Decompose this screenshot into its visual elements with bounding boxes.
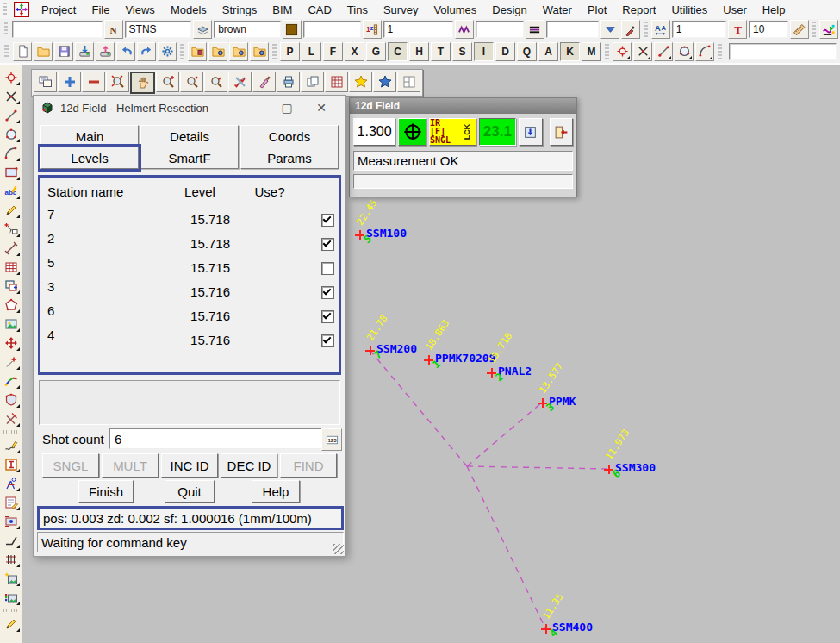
menu-cad[interactable]: CAD xyxy=(300,2,339,18)
menu-models[interactable]: Models xyxy=(163,2,215,18)
ruler-button[interactable] xyxy=(790,20,809,39)
create-circle-icon[interactable] xyxy=(2,125,21,143)
close-button[interactable]: ✕ xyxy=(304,101,339,115)
text-style-button[interactable]: AA xyxy=(651,20,670,39)
colour-string-icon[interactable] xyxy=(2,371,21,390)
create-arc-icon[interactable] xyxy=(2,144,21,162)
finish-button[interactable]: Finish xyxy=(78,480,134,503)
toggle-text-button[interactable]: T xyxy=(431,42,451,61)
menu-plot[interactable]: Plot xyxy=(580,2,614,18)
toggle-x-button[interactable]: X xyxy=(345,42,364,61)
linestyle-input[interactable]: 1 xyxy=(383,21,453,38)
freehand-icon[interactable] xyxy=(2,436,21,454)
eyedropper-button[interactable] xyxy=(621,20,640,39)
numeric-pad-button[interactable]: 123 xyxy=(321,428,342,451)
new-button[interactable] xyxy=(13,42,32,61)
inc-id-button[interactable]: INC ID xyxy=(161,453,218,478)
create-line-icon[interactable] xyxy=(2,106,21,124)
create-node-icon[interactable] xyxy=(2,87,21,105)
fit-extents-button[interactable] xyxy=(106,72,129,92)
grid-toggle-button[interactable] xyxy=(325,72,348,92)
model-tools-1-button[interactable] xyxy=(208,42,227,61)
menu-tins[interactable]: Tins xyxy=(339,2,376,18)
grid-icon[interactable] xyxy=(2,258,21,276)
menu-strings[interactable]: Strings xyxy=(215,2,264,18)
menu-views[interactable]: Views xyxy=(117,2,162,18)
redraw-button[interactable] xyxy=(252,72,276,92)
toggle-contours-button[interactable]: C xyxy=(388,42,408,61)
angle-icon[interactable] xyxy=(2,531,21,549)
open-model-button[interactable] xyxy=(188,42,207,61)
shot-count-input[interactable]: 6 xyxy=(109,428,327,449)
plot-button[interactable] xyxy=(277,72,300,92)
annotate-icon[interactable] xyxy=(2,493,21,511)
toggle-h-button[interactable]: H xyxy=(409,42,429,61)
menu-survey[interactable]: Survey xyxy=(376,2,426,18)
toggle-m-button[interactable]: M xyxy=(582,42,601,61)
snap-circle-button[interactable] xyxy=(675,42,694,61)
super-string-icon[interactable] xyxy=(2,390,21,409)
snap-star-icon[interactable] xyxy=(2,353,21,371)
zoom-dynamic-button[interactable] xyxy=(156,72,179,92)
zoom-window-button[interactable] xyxy=(204,72,227,92)
menu-report[interactable]: Report xyxy=(614,2,663,18)
text-button[interactable]: T xyxy=(728,20,747,39)
view-string-icon[interactable] xyxy=(2,512,21,530)
use-checkbox[interactable] xyxy=(321,262,334,275)
use-checkbox[interactable] xyxy=(321,310,334,323)
text-height-input[interactable]: 1 xyxy=(672,21,726,38)
toggle-d-button[interactable]: D xyxy=(495,42,515,61)
view-favourites-button[interactable] xyxy=(373,72,396,92)
model-tools-2-button[interactable] xyxy=(229,42,248,61)
tab-coords[interactable]: Coords xyxy=(240,125,339,147)
toggle-grid-button[interactable]: G xyxy=(366,42,386,61)
maximize-button[interactable]: ▢ xyxy=(270,101,304,115)
model-button[interactable] xyxy=(193,20,212,39)
menubar-drag-handle[interactable] xyxy=(3,3,7,16)
menu-help[interactable]: Help xyxy=(755,2,793,18)
menu-design[interactable]: Design xyxy=(484,2,534,18)
hatch-icon[interactable] xyxy=(2,550,21,568)
toggle-points-button[interactable]: P xyxy=(280,42,300,61)
z-ruler-button[interactable]: 1z xyxy=(363,20,382,39)
use-checkbox[interactable] xyxy=(321,238,334,251)
exit-panel-button[interactable] xyxy=(550,118,573,146)
polygon-icon[interactable] xyxy=(2,296,21,314)
save-button[interactable] xyxy=(54,42,73,61)
insert-image-icon[interactable] xyxy=(2,315,21,333)
thickness-input[interactable] xyxy=(476,21,524,38)
snap-arc-button[interactable] xyxy=(695,42,714,61)
symbol-dropdown-button[interactable] xyxy=(600,20,619,39)
create-point-icon[interactable] xyxy=(2,68,21,86)
edit-string-icon[interactable] xyxy=(2,201,21,219)
snap-line-button[interactable] xyxy=(654,42,673,61)
tab-levels[interactable]: Levels xyxy=(40,147,139,169)
toggle-images-button[interactable]: I xyxy=(474,42,494,61)
use-checkbox[interactable] xyxy=(321,214,334,227)
resize-grip[interactable] xyxy=(333,544,344,554)
interval-icon[interactable] xyxy=(2,455,21,473)
colour-swatch-button[interactable] xyxy=(283,20,302,39)
favourites-button[interactable] xyxy=(349,72,372,92)
model-input[interactable]: STNS xyxy=(125,21,192,38)
snap-point-button[interactable] xyxy=(613,42,632,61)
menu-utilities[interactable]: Utilities xyxy=(663,2,715,18)
model-tools-3-button[interactable] xyxy=(250,42,269,61)
measure-target-button[interactable] xyxy=(398,118,426,146)
redo-button[interactable] xyxy=(137,42,156,61)
raster-colour-icon[interactable] xyxy=(2,588,21,606)
regenerate-button[interactable] xyxy=(228,72,252,92)
text-size-input[interactable]: 10 xyxy=(749,21,788,38)
dec-id-button[interactable]: DEC ID xyxy=(221,453,277,478)
linestyle-button[interactable] xyxy=(455,20,474,39)
toggle-k-button[interactable]: K xyxy=(560,42,580,61)
menu-volumes[interactable]: Volumes xyxy=(426,2,484,18)
measure-icon[interactable] xyxy=(2,239,21,257)
open-button[interactable] xyxy=(34,42,53,61)
menu-file[interactable]: File xyxy=(84,2,117,18)
raster-star-icon[interactable] xyxy=(2,569,21,587)
tab-main[interactable]: Main xyxy=(40,125,139,147)
measure-mode-button[interactable]: IR [F] SNGL LCK xyxy=(429,118,476,146)
z-value-input[interactable] xyxy=(303,21,361,38)
create-rectangle-icon[interactable] xyxy=(2,163,21,181)
